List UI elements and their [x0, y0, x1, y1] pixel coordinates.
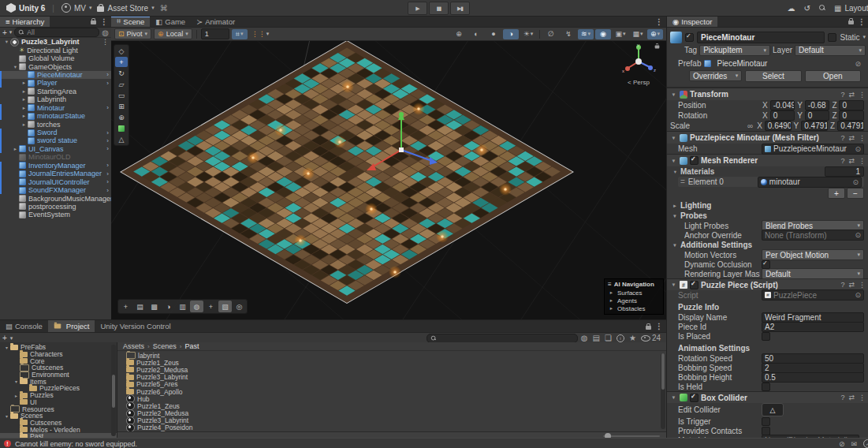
gizmos-menu[interactable]: ⊕▾ — [647, 29, 663, 39]
tab-scene[interactable]: ⌗ Scene — [111, 16, 150, 27]
project-tree-item-characters[interactable]: Characters — [0, 351, 117, 358]
project-tree-item-puzzles[interactable]: ▸Puzzles — [0, 392, 117, 399]
scene-3d-render[interactable] — [111, 39, 666, 319]
drag-handle-icon[interactable]: ≡ — [608, 281, 612, 288]
scale-tool[interactable]: ▱ — [115, 79, 128, 89]
asset-store-menu[interactable]: Asset Store ▾ — [97, 4, 154, 13]
info-icon[interactable]: i — [617, 334, 624, 342]
foldout-open-icon[interactable]: ▾ — [670, 135, 677, 141]
nav-surfaces-foldout[interactable]: ▸ Surfaces — [608, 289, 660, 297]
transform-tool[interactable]: ⊞ — [115, 101, 128, 111]
hierarchy-item-minotaur[interactable]: ▸Minotaur› — [0, 104, 111, 112]
foldout-open-icon[interactable]: ▾ — [670, 158, 677, 164]
mesh-object-field[interactable]: PuzzlepieceMinotaur ⊙ — [762, 144, 864, 155]
presets-icon[interactable]: ⇄ — [848, 394, 855, 401]
active-checkbox[interactable] — [685, 33, 694, 42]
hierarchy-item-ui-canvas[interactable]: ▸UI_Canvas› — [0, 145, 111, 153]
history-icon[interactable]: ↺ — [804, 4, 810, 13]
is-trigger-checkbox[interactable] — [762, 417, 770, 426]
presets-icon[interactable]: ⇄ — [848, 281, 855, 289]
project-tree-item-melos-verleden[interactable]: Melos - Verleden — [0, 426, 117, 433]
multiplayer-icon[interactable]: ⌘ — [160, 4, 168, 13]
object-name-field[interactable]: PieceMinotaur — [697, 32, 825, 43]
object-picker-icon[interactable]: ⊙ — [855, 291, 861, 299]
kebab-icon[interactable]: ⋮ — [859, 91, 866, 99]
materials-count-field[interactable]: 1 — [825, 166, 864, 177]
files-scrollbar-thumb[interactable] — [661, 353, 665, 390]
static-dropdown-icon[interactable]: ▾ — [862, 34, 866, 40]
presets-icon[interactable]: ⇄ — [848, 91, 855, 99]
file-item-puzzle1-zeus[interactable]: Puzzle1_Zeus — [117, 402, 666, 409]
kebab-icon[interactable]: ⋮ — [859, 281, 866, 289]
gizmo-lock-icon[interactable] — [655, 46, 660, 49]
object-picker-icon[interactable]: ⊙ — [855, 145, 861, 153]
file-item-puzzle3-labyrint[interactable]: Puzzle3_Labyrint — [117, 374, 666, 381]
rendering-layer-mask-dropdown[interactable]: Default ▾ — [762, 268, 864, 279]
skybox-toggle[interactable]: ⊕ — [451, 29, 467, 39]
create-asset-button[interactable]: + — [2, 334, 7, 342]
hierarchy-item-player[interactable]: ▸Player› — [0, 79, 111, 87]
grid-snapping-toggle[interactable]: ⌗▾ — [232, 29, 248, 39]
position-y-field[interactable]: -0.68 — [805, 100, 830, 110]
lock-icon[interactable] — [646, 326, 651, 330]
view-hand-tool[interactable]: ◇ — [115, 46, 128, 56]
lock-icon[interactable] — [848, 21, 854, 24]
hierarchy-item-journaluicontroller[interactable]: JournalUIController› — [0, 177, 111, 185]
rotation-y-field[interactable]: 0 — [805, 110, 830, 121]
hierarchy-item-eventsystem[interactable]: EventSystem — [0, 211, 111, 218]
custom-editor-tool[interactable] — [115, 123, 128, 133]
grid-menu[interactable]: ▦▾ — [630, 29, 646, 39]
chevron-down-icon[interactable]: ▾ — [10, 335, 13, 342]
tab-animator[interactable]: ≻ Animator — [191, 16, 240, 27]
script-object-field[interactable]: # PuzzlePiece ⊙ — [762, 289, 864, 301]
tab-project[interactable]: Project — [48, 320, 95, 332]
hierarchy-item-puzzle3-labyrint[interactable]: ▾Puzzle3_Labyrint⋮ — [0, 38, 111, 46]
tree-scrollbar[interactable] — [111, 345, 116, 436]
hierarchy-item-directional-light[interactable]: ☀Directional Light — [0, 46, 111, 54]
anchor-override-field[interactable]: None (Transform) ⊙ — [762, 230, 864, 241]
bobbing-height-field[interactable]: 0.5 — [762, 372, 864, 383]
rect-tool[interactable]: ▭ — [115, 90, 128, 100]
label-filter-icon[interactable]: ❏ — [605, 334, 612, 342]
kebab-icon[interactable]: ⋮ — [859, 394, 866, 401]
mesh-renderer-checkbox[interactable] — [690, 156, 698, 165]
lock-icon[interactable] — [91, 21, 96, 24]
gizmos-overlay-icon[interactable]: + — [204, 301, 218, 312]
projection-mode-label[interactable]: < Persp — [617, 79, 660, 86]
position-x-field[interactable]: -0.049 — [770, 100, 795, 110]
is-held-checkbox[interactable] — [762, 383, 770, 391]
materials-foldout[interactable]: ▾ Materials 1 — [667, 166, 868, 177]
foldout-open-icon[interactable]: ▾ — [670, 394, 677, 401]
file-item-puzzle2-medusa[interactable]: Puzzle2_Medusa — [117, 410, 666, 417]
file-item-puzzle1-zeus[interactable]: Puzzle1_Zeus — [117, 359, 666, 366]
breadcrumb-past[interactable]: Past — [184, 342, 199, 350]
project-tree-item-ui[interactable]: UI — [0, 399, 117, 406]
kebab-icon[interactable]: ⋮ — [859, 134, 866, 142]
bobbing-speed-field[interactable]: 2 — [762, 363, 864, 373]
axis-gizmo[interactable]: y x z — [620, 43, 657, 77]
mesh-filter-header[interactable]: ▾ Puzzlepiece Minotaur (Mesh Filter) ?⇄⋮ — [667, 132, 868, 144]
background-tasks-icon[interactable]: ✓ — [863, 439, 868, 448]
scale-x-field[interactable]: 0.6490948 — [765, 121, 792, 131]
scene-viewport[interactable]: ◇+↻▱▭⊞⊕△ +▤▩◑▥◍+▧◎ ≡ AI Navigation ▸ Sur… — [111, 39, 666, 319]
play-button[interactable]: ▶ — [408, 2, 427, 15]
ai-navigation-overlay[interactable]: ≡ AI Navigation ▸ Surfaces ▸ Agents ▸ Ob… — [604, 278, 664, 315]
layer-dropdown[interactable]: Default ▾ — [795, 45, 866, 56]
effects-toggle[interactable]: ↯ — [561, 29, 576, 39]
hierarchy-item-gameobjects[interactable]: ▾GameObjects — [0, 62, 111, 70]
kebab-icon[interactable]: ⋮ — [859, 157, 866, 165]
kebab-icon[interactable]: ⋮ — [655, 322, 663, 330]
hidden-items-counter[interactable]: 24 — [641, 334, 661, 342]
hierarchy-item-soundfxmanager[interactable]: SoundFXManager› — [0, 186, 111, 194]
package-filter-icon[interactable]: ▤ — [592, 334, 599, 342]
help-icon[interactable]: ? — [840, 394, 844, 401]
presets-icon[interactable]: ⇄ — [848, 157, 855, 165]
project-tree-item-environment[interactable]: Environment — [0, 371, 117, 379]
hierarchy-item-sword[interactable]: Sword› — [0, 129, 111, 136]
breadcrumb-scenes[interactable]: Scenes — [153, 342, 177, 350]
search-by-type-icon[interactable]: ◍ — [581, 334, 588, 342]
nav-obstacles-foldout[interactable]: ▸ Obstacles — [608, 304, 660, 312]
rotate-tool[interactable]: ↻ — [115, 68, 128, 78]
file-item-puzzle2-medusa[interactable]: Puzzle2_Medusa — [117, 366, 666, 373]
shading-overlay-icon[interactable]: ◑ — [162, 301, 175, 312]
